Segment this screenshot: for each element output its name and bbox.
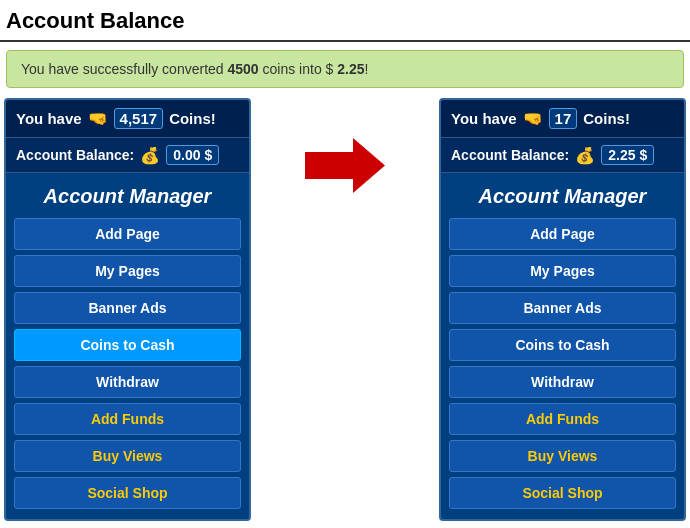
left-coins-to-cash-button[interactable]: Coins to Cash [14, 329, 241, 361]
right-coins-to-cash-button[interactable]: Coins to Cash [449, 329, 676, 361]
left-my-pages-button[interactable]: My Pages [14, 255, 241, 287]
right-coins-icon: 🤜 [523, 109, 543, 128]
coins-converted: 4500 [228, 61, 259, 77]
right-balance-icon: 💰 [575, 146, 595, 165]
page-title: Account Balance [0, 0, 690, 42]
right-social-shop-button[interactable]: Social Shop [449, 477, 676, 509]
right-banner-ads-button[interactable]: Banner Ads [449, 292, 676, 324]
right-balance-label: Account Balance: [451, 147, 569, 163]
right-panel: You have 🤜 17 Coins! Account Balance: 💰 … [439, 98, 686, 521]
right-add-page-button[interactable]: Add Page [449, 218, 676, 250]
left-balance-value: 0.00 $ [166, 145, 219, 165]
left-manager-title: Account Manager [6, 173, 249, 218]
right-buy-views-button[interactable]: Buy Views [449, 440, 676, 472]
left-add-page-button[interactable]: Add Page [14, 218, 241, 250]
left-buy-views-button[interactable]: Buy Views [14, 440, 241, 472]
panels-container: You have 🤜 4,517 Coins! Account Balance:… [0, 98, 690, 521]
right-coins-suffix: Coins! [583, 110, 630, 127]
left-panel-menu: Add Page My Pages Banner Ads Coins to Ca… [6, 218, 249, 519]
success-banner: You have successfully converted 4500 coi… [6, 50, 684, 88]
success-text-middle: coins into $ [259, 61, 338, 77]
svg-marker-0 [305, 138, 385, 193]
right-balance-value: 2.25 $ [601, 145, 654, 165]
success-text-suffix: ! [365, 61, 369, 77]
left-balance-icon: 💰 [140, 146, 160, 165]
success-text-prefix: You have successfully converted [21, 61, 228, 77]
left-coins-suffix: Coins! [169, 110, 216, 127]
left-add-funds-button[interactable]: Add Funds [14, 403, 241, 435]
right-add-funds-button[interactable]: Add Funds [449, 403, 676, 435]
left-balance-row: Account Balance: 💰 0.00 $ [6, 137, 249, 173]
left-banner-ads-button[interactable]: Banner Ads [14, 292, 241, 324]
left-panel: You have 🤜 4,517 Coins! Account Balance:… [4, 98, 251, 521]
cash-received: 2.25 [337, 61, 364, 77]
left-coins-value: 4,517 [114, 108, 164, 129]
left-social-shop-button[interactable]: Social Shop [14, 477, 241, 509]
right-coins-value: 17 [549, 108, 578, 129]
left-withdraw-button[interactable]: Withdraw [14, 366, 241, 398]
right-withdraw-button[interactable]: Withdraw [449, 366, 676, 398]
right-panel-menu: Add Page My Pages Banner Ads Coins to Ca… [441, 218, 684, 519]
right-coins-label: You have [451, 110, 517, 127]
right-balance-row: Account Balance: 💰 2.25 $ [441, 137, 684, 173]
right-arrow-icon [305, 138, 385, 193]
right-coins-row: You have 🤜 17 Coins! [441, 100, 684, 137]
right-my-pages-button[interactable]: My Pages [449, 255, 676, 287]
right-manager-title: Account Manager [441, 173, 684, 218]
left-coins-label: You have [16, 110, 82, 127]
left-balance-label: Account Balance: [16, 147, 134, 163]
left-coins-row: You have 🤜 4,517 Coins! [6, 100, 249, 137]
arrow-area [251, 138, 439, 193]
left-coins-icon: 🤜 [88, 109, 108, 128]
